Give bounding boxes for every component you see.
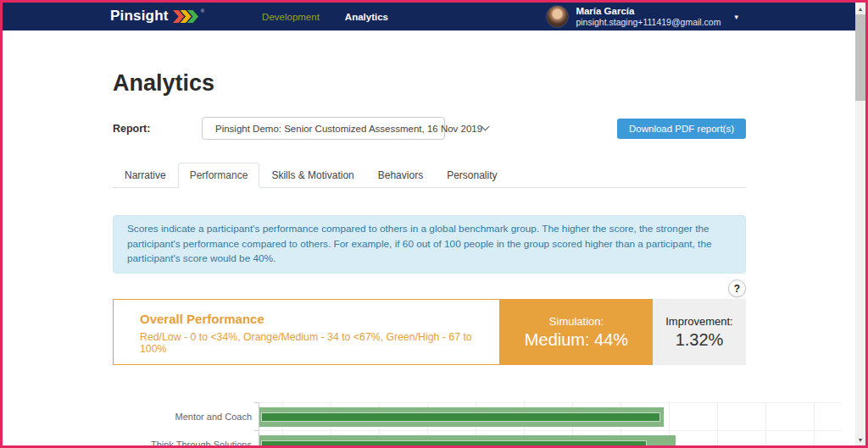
report-row: Report: Pinsight Demo: Senior Customized… xyxy=(113,117,746,140)
pinsight-logo[interactable]: Pinsight ® xyxy=(110,8,204,26)
chevron-down-icon[interactable]: ▾ xyxy=(734,13,738,21)
report-select-value: Pinsight Demo: Senior Customized Assessm… xyxy=(215,124,482,134)
app-window: Pinsight ® Development Analytics María G… xyxy=(0,0,868,448)
tab-behaviors[interactable]: Behaviors xyxy=(366,163,435,188)
help-row: ? xyxy=(113,279,746,297)
bar-inner xyxy=(261,440,647,448)
vertical-scrollbar[interactable]: ▲ ▼ xyxy=(855,3,865,445)
help-button[interactable]: ? xyxy=(728,279,746,297)
tab-personality[interactable]: Personality xyxy=(435,163,509,188)
report-select[interactable]: Pinsight Demo: Senior Customized Assessm… xyxy=(202,117,445,140)
brand-chevrons-icon xyxy=(173,10,200,26)
chart-row: Mentor and Coach xyxy=(130,402,842,430)
nav-link-analytics[interactable]: Analytics xyxy=(345,12,388,22)
avatar xyxy=(546,5,569,28)
user-name: María García xyxy=(576,5,721,17)
improvement-label: Improvement: xyxy=(665,315,732,328)
scroll-down-arrow-icon[interactable]: ▼ xyxy=(855,434,865,445)
brand-name: Pinsight xyxy=(110,8,169,25)
chart-plot xyxy=(259,402,842,430)
download-pdf-button[interactable]: Download PDF report(s) xyxy=(617,119,746,139)
top-navbar: Pinsight ® Development Analytics María G… xyxy=(3,3,865,30)
tab-skills-motivation[interactable]: Skills & Motivation xyxy=(259,163,365,188)
user-menu[interactable]: María García pinsight.staging+111419@gma… xyxy=(546,5,738,29)
user-info: María García pinsight.staging+111419@gma… xyxy=(576,5,721,29)
nav-link-development[interactable]: Development xyxy=(262,12,320,22)
category-label: Mentor and Coach xyxy=(130,402,259,430)
improvement-value: 1.32% xyxy=(676,330,724,350)
overall-performance-card: Overall Performance Red/Low - 0 to <34%,… xyxy=(113,299,746,365)
registered-mark: ® xyxy=(201,8,204,14)
tab-bar: Narrative Performance Skills & Motivatio… xyxy=(113,163,746,188)
page-title: Analytics xyxy=(113,68,746,98)
overall-performance-legend: Red/Low - 0 to <34%, Orange/Medium - 34 … xyxy=(140,331,499,355)
scroll-up-arrow-icon[interactable]: ▲ xyxy=(855,3,865,14)
overall-performance-title: Overall Performance xyxy=(140,312,499,326)
info-banner: Scores indicate a participant's performa… xyxy=(113,215,746,274)
improvement-box: Improvement: 1.32% xyxy=(653,299,746,365)
primary-nav: Development Analytics xyxy=(262,12,388,22)
chart-plot xyxy=(259,430,842,448)
overall-performance-summary: Overall Performance Red/Low - 0 to <34%,… xyxy=(113,299,500,365)
simulation-value: Medium: 44% xyxy=(525,330,628,350)
simulation-label: Simulation: xyxy=(549,315,604,328)
simulation-score-box: Simulation: Medium: 44% xyxy=(500,299,653,365)
category-label: Think Through Solutions xyxy=(130,430,259,448)
performance-bar-chart: Mentor and Coach Think Through Solutions xyxy=(130,402,842,448)
user-email: pinsight.staging+111419@gmail.com xyxy=(576,17,721,28)
bar-inner xyxy=(261,412,660,422)
chevron-down-icon xyxy=(481,123,490,131)
scrollbar-thumb[interactable] xyxy=(855,14,865,101)
chart-row: Think Through Solutions xyxy=(130,430,842,448)
tab-performance[interactable]: Performance xyxy=(178,163,260,188)
report-label: Report: xyxy=(113,123,202,135)
tab-narrative[interactable]: Narrative xyxy=(113,163,178,188)
main-content: Analytics Report: Pinsight Demo: Senior … xyxy=(3,68,865,448)
